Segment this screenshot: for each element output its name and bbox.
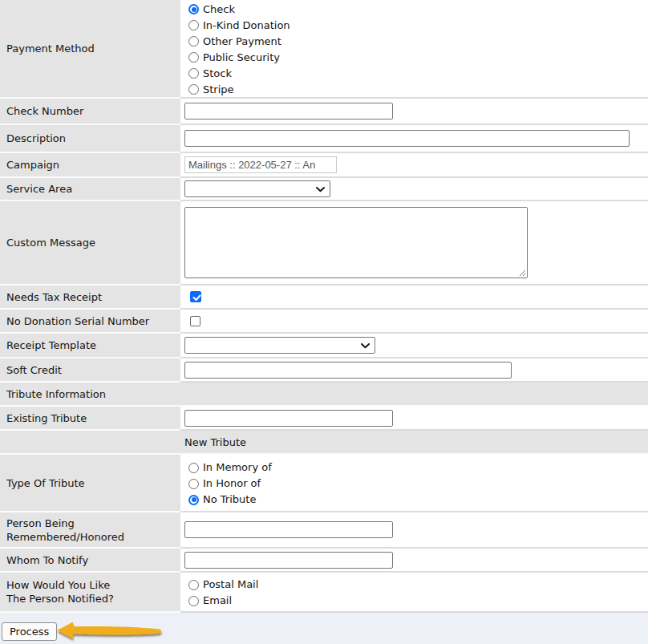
campaign-label: Campaign (0, 153, 180, 178)
annotation-arrow-icon (56, 620, 168, 644)
no-donation-serial-number-checkbox[interactable] (190, 316, 200, 326)
needs-tax-receipt-checkbox[interactable] (190, 291, 201, 302)
section-tribute-information: Tribute Information (0, 383, 648, 407)
service-area-cell (180, 178, 648, 201)
campaign-cell (180, 153, 648, 178)
radio-option-postal-mail[interactable]: Postal Mail (188, 577, 258, 593)
radio-option-no-tribute[interactable]: No Tribute (188, 492, 256, 508)
resize-grip-icon[interactable] (519, 269, 526, 277)
chevron-down-icon (316, 187, 325, 192)
row-notify-method: How Would You Like The Person Notified? … (0, 573, 648, 613)
row-type-of-tribute: Type Of Tribute In Memory of In Honor of… (0, 455, 648, 512)
service-area-label: Service Area (0, 178, 180, 201)
check-number-cell (180, 99, 648, 125)
row-campaign: Campaign (0, 153, 648, 178)
radio-button-icon[interactable] (188, 580, 199, 590)
radio-option-in-honor-of[interactable]: In Honor of (188, 476, 261, 492)
whom-to-notify-cell (180, 549, 648, 573)
new-tribute-header-text: New Tribute (184, 436, 246, 448)
needs-tax-receipt-cell (180, 286, 648, 310)
radio-option-email[interactable]: Email (188, 593, 232, 609)
radio-option-in-memory-of[interactable]: In Memory of (188, 460, 272, 476)
radio-option-public-security[interactable]: Public Security (188, 50, 280, 66)
row-existing-tribute: Existing Tribute (0, 407, 648, 431)
type-of-tribute-label: Type Of Tribute (0, 455, 180, 512)
payment-method-options: Check In-Kind Donation Other Payment Pub… (180, 0, 648, 99)
existing-tribute-cell (180, 407, 648, 431)
service-area-select[interactable] (184, 180, 330, 197)
radio-button-icon[interactable] (188, 4, 199, 14)
person-being-remembered-cell (180, 512, 648, 549)
radio-button-icon[interactable] (188, 495, 199, 505)
radio-button-icon[interactable] (188, 463, 199, 473)
whom-to-notify-label: Whom To Notify (0, 549, 180, 573)
row-no-donation-serial-number: No Donation Serial Number (0, 310, 648, 334)
description-label: Description (0, 125, 180, 153)
row-receipt-template: Receipt Template (0, 334, 648, 358)
soft-credit-cell (180, 358, 648, 383)
person-being-remembered-label: Person Being Remembered/Honored (0, 512, 180, 549)
radio-button-icon[interactable] (188, 596, 199, 606)
radio-option-stock[interactable]: Stock (188, 66, 232, 82)
row-payment-method: Payment Method Check In-Kind Donation Ot… (0, 0, 648, 99)
soft-credit-input[interactable] (184, 362, 512, 379)
check-number-input[interactable] (184, 103, 393, 119)
process-button[interactable]: Process (2, 622, 57, 641)
needs-tax-receipt-label: Needs Tax Receipt (0, 286, 180, 310)
row-person-being-remembered: Person Being Remembered/Honored (0, 512, 648, 549)
description-cell (180, 125, 648, 153)
donation-form: Payment Method Check In-Kind Donation Ot… (0, 0, 648, 644)
new-tribute-header-spacer (0, 431, 180, 455)
notify-method-label: How Would You Like The Person Notified? (0, 573, 180, 613)
existing-tribute-input[interactable] (184, 410, 393, 427)
radio-button-icon[interactable] (188, 52, 199, 63)
no-donation-serial-number-cell (180, 310, 648, 334)
radio-button-icon[interactable] (188, 68, 199, 79)
receipt-template-select[interactable] (184, 337, 375, 354)
radio-button-icon[interactable] (188, 36, 199, 47)
notify-method-options: Postal Mail Email (180, 573, 648, 613)
row-soft-credit: Soft Credit (0, 358, 648, 383)
radio-option-other-payment[interactable]: Other Payment (188, 34, 281, 50)
radio-button-icon[interactable] (188, 20, 199, 30)
new-tribute-header: New Tribute (180, 431, 648, 455)
row-needs-tax-receipt: Needs Tax Receipt (0, 286, 648, 310)
row-service-area: Service Area (0, 178, 648, 201)
row-whom-to-notify: Whom To Notify (0, 549, 648, 573)
row-custom-message: Custom Message (0, 201, 648, 286)
campaign-input[interactable] (184, 156, 337, 173)
row-check-number: Check Number (0, 99, 648, 125)
check-number-label: Check Number (0, 99, 180, 125)
section-new-tribute: New Tribute (0, 431, 648, 455)
soft-credit-label: Soft Credit (0, 358, 180, 383)
row-description: Description (0, 125, 648, 153)
radio-option-check[interactable]: Check (188, 2, 235, 18)
radio-option-in-kind-donation[interactable]: In-Kind Donation (188, 18, 290, 34)
radio-button-icon[interactable] (188, 84, 199, 95)
payment-method-label: Payment Method (0, 0, 180, 99)
type-of-tribute-options: In Memory of In Honor of No Tribute (180, 455, 648, 512)
tribute-information-header: Tribute Information (0, 383, 180, 407)
custom-message-textarea[interactable] (184, 207, 528, 278)
chevron-down-icon (361, 343, 370, 349)
tribute-information-header-spacer (180, 383, 648, 407)
radio-option-stripe[interactable]: Stripe (188, 82, 234, 98)
receipt-template-cell (180, 334, 648, 358)
receipt-template-label: Receipt Template (0, 334, 180, 358)
no-donation-serial-number-label: No Donation Serial Number (0, 310, 180, 334)
existing-tribute-label: Existing Tribute (0, 407, 180, 431)
radio-button-icon[interactable] (188, 479, 199, 489)
description-input[interactable] (184, 130, 630, 147)
whom-to-notify-input[interactable] (184, 552, 393, 569)
custom-message-label: Custom Message (0, 201, 180, 286)
person-being-remembered-input[interactable] (184, 521, 393, 538)
form-footer: Process (0, 613, 648, 644)
custom-message-cell (180, 201, 648, 286)
